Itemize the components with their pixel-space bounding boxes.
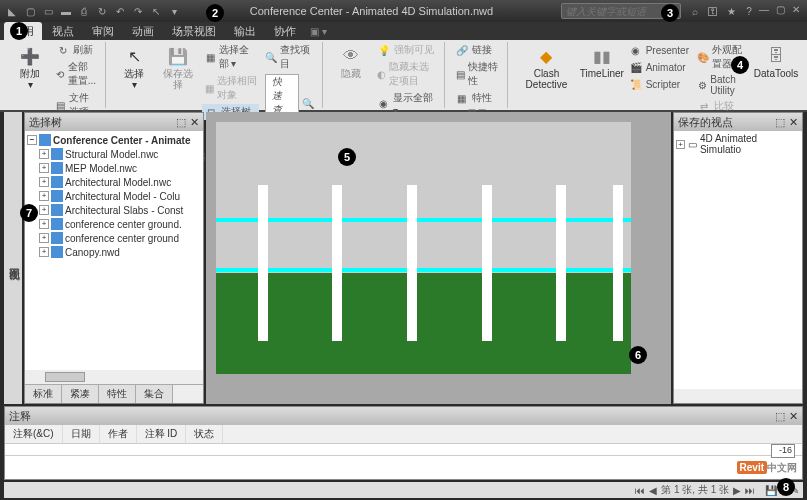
close-button[interactable]: ✕: [789, 4, 803, 18]
tree-item[interactable]: +conference center ground.: [39, 217, 201, 231]
redo-icon[interactable]: ↷: [130, 3, 146, 19]
pin-icon[interactable]: ⬚: [775, 410, 785, 423]
key-icon[interactable]: ⚿: [705, 3, 721, 19]
star-icon[interactable]: ★: [723, 3, 739, 19]
timeliner-button[interactable]: ▮▮TimeLiner: [581, 42, 623, 81]
tree-tab-sets[interactable]: 集合: [136, 385, 173, 403]
new-icon[interactable]: ▢: [22, 3, 38, 19]
panel-close-icon[interactable]: ✕: [789, 116, 798, 129]
comment-input[interactable]: [5, 455, 802, 479]
select-button[interactable]: ↖ 选择 ▾: [114, 42, 154, 92]
links-button[interactable]: 🔗链接: [453, 42, 501, 58]
undo-icon[interactable]: ↶: [112, 3, 128, 19]
scripter-button[interactable]: 📜Scripter: [627, 76, 691, 92]
minimize-button[interactable]: —: [757, 4, 771, 18]
pager-prev-icon[interactable]: ◀: [649, 485, 657, 496]
tab-animation[interactable]: 动画: [124, 22, 162, 41]
save-selection-button[interactable]: 💾 保存选择: [158, 42, 198, 92]
tree-item[interactable]: +Architectural Slabs - Const: [39, 203, 201, 217]
maximize-button[interactable]: ▢: [773, 4, 787, 18]
tab-scene[interactable]: 场景视图: [164, 22, 224, 41]
tree-tab-compact[interactable]: 紧凑: [62, 385, 99, 403]
rotation-value[interactable]: -16: [771, 444, 795, 458]
hide-icon: 👁: [339, 44, 363, 68]
reset-all-button[interactable]: ⟲全部重置...: [54, 59, 99, 89]
expand-icon[interactable]: +: [39, 191, 49, 201]
tree-item[interactable]: +conference center ground: [39, 231, 201, 245]
3d-viewport[interactable]: [206, 112, 671, 404]
hide-button[interactable]: 👁 隐藏: [331, 42, 371, 81]
expand-icon[interactable]: +: [676, 140, 685, 149]
clash-detective-button[interactable]: ◆Clash Detective: [516, 42, 577, 92]
expand-icon[interactable]: +: [39, 247, 49, 257]
find-items-button[interactable]: 🔍查找项目: [263, 42, 316, 72]
saved-body[interactable]: + ▭ 4D Animated Simulatio: [674, 131, 802, 389]
quick-props-button[interactable]: ▤快捷特性: [453, 59, 501, 89]
expand-icon[interactable]: +: [39, 205, 49, 215]
tree-item[interactable]: +Canopy.nwd: [39, 245, 201, 259]
panel-close-icon[interactable]: ✕: [789, 410, 798, 423]
pager-first-icon[interactable]: ⏮: [635, 485, 645, 496]
plan-view-tab[interactable]: 平面视图: [4, 112, 22, 404]
col-id[interactable]: 注释 ID: [137, 425, 187, 443]
panel-close-icon[interactable]: ✕: [190, 116, 199, 129]
save-icon[interactable]: ▬: [58, 3, 74, 19]
pager-last-icon[interactable]: ⏭: [745, 485, 755, 496]
tree-hscroll[interactable]: [25, 370, 203, 384]
tree-item[interactable]: +Structural Model.nwc: [39, 147, 201, 161]
binoculars-icon[interactable]: ⌕: [687, 3, 703, 19]
expand-icon[interactable]: +: [39, 177, 49, 187]
saved-hscroll[interactable]: [674, 389, 802, 403]
comments-header[interactable]: 注释 ⬚ ✕: [5, 407, 802, 425]
pointer-icon[interactable]: ↖: [148, 3, 164, 19]
collapse-icon[interactable]: −: [27, 135, 37, 145]
open-icon[interactable]: ▭: [40, 3, 56, 19]
tab-collab[interactable]: 协作: [266, 22, 304, 41]
expand-icon[interactable]: +: [39, 233, 49, 243]
tree-root[interactable]: −Conference Center - Animate: [27, 133, 201, 147]
select-same-button[interactable]: ▦选择相同对象: [202, 73, 259, 103]
dropdown-icon[interactable]: ▾: [166, 3, 182, 19]
tab-output[interactable]: 输出: [226, 22, 264, 41]
saved-panel-header[interactable]: 保存的视点 ⬚ ✕: [674, 113, 802, 131]
tree-item[interactable]: +MEP Model.nwc: [39, 161, 201, 175]
pin-icon[interactable]: ⬚: [775, 116, 785, 129]
tree-item[interactable]: +Architectural Model.nwc: [39, 175, 201, 189]
select-all-button[interactable]: ▦选择全部 ▾: [202, 42, 259, 72]
refresh-icon[interactable]: ↻: [94, 3, 110, 19]
app-menu-icon[interactable]: ◣: [4, 3, 20, 19]
comments-list[interactable]: [5, 444, 802, 455]
expand-icon[interactable]: +: [39, 219, 49, 229]
hide-unselected-button[interactable]: ◐隐藏未选定项目: [375, 59, 437, 89]
animator-button[interactable]: 🎬Animator: [627, 59, 691, 75]
force-visible-button[interactable]: 💡强制可见: [375, 42, 437, 58]
presenter-button[interactable]: ◉Presenter: [627, 42, 691, 58]
pin-icon[interactable]: ⬚: [176, 116, 186, 129]
datatools-button[interactable]: 🗄DataTools: [755, 42, 797, 81]
col-status[interactable]: 状态: [186, 425, 223, 443]
print-icon[interactable]: ⎙: [76, 3, 92, 19]
tree-panel-header[interactable]: 选择树 ⬚ ✕: [25, 113, 203, 131]
expand-icon[interactable]: +: [39, 149, 49, 159]
callout-1: 1: [10, 22, 28, 40]
help-icon[interactable]: ?: [741, 3, 757, 19]
tree-item[interactable]: +Architectural Model - Colu: [39, 189, 201, 203]
tree-tab-props[interactable]: 特性: [99, 385, 136, 403]
properties-button[interactable]: ▦特性: [453, 90, 501, 106]
tab-expand-icon[interactable]: ▣ ▾: [310, 26, 327, 37]
tab-viewpoint[interactable]: 视点: [44, 22, 82, 41]
col-date[interactable]: 日期: [63, 425, 100, 443]
append-button[interactable]: ➕ 附加 ▾: [10, 42, 50, 92]
expand-icon[interactable]: +: [39, 163, 49, 173]
pager-next-icon[interactable]: ▶: [733, 485, 741, 496]
saved-viewpoint-item[interactable]: + ▭ 4D Animated Simulatio: [676, 133, 800, 155]
tree-body[interactable]: −Conference Center - Animate +Structural…: [25, 131, 203, 370]
tree-tab-standard[interactable]: 标准: [25, 385, 62, 403]
col-comment[interactable]: 注释(&C): [5, 425, 63, 443]
show-all-icon: ◉: [377, 97, 390, 111]
tab-review[interactable]: 审阅: [84, 22, 122, 41]
disk-icon[interactable]: 💾: [765, 485, 777, 496]
col-author[interactable]: 作者: [100, 425, 137, 443]
refresh-button[interactable]: ↻刷新: [54, 42, 99, 58]
batch-utility-button[interactable]: ⚙Batch Utility: [695, 73, 751, 97]
